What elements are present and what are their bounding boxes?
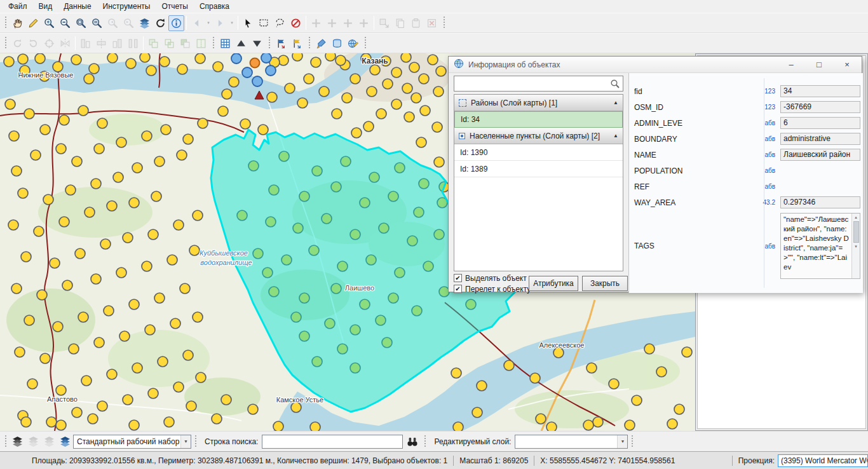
settlement-marker[interactable] bbox=[644, 344, 654, 354]
settlement-marker[interactable] bbox=[267, 92, 277, 102]
settlement-marker[interactable] bbox=[177, 64, 187, 74]
settlement-marker[interactable] bbox=[145, 325, 155, 335]
settlement-marker[interactable] bbox=[148, 229, 158, 240]
settlement-marker[interactable] bbox=[411, 93, 421, 103]
settlement-marker[interactable] bbox=[129, 420, 139, 430]
object-search-input[interactable] bbox=[454, 76, 607, 91]
settlement-marker[interactable] bbox=[154, 293, 165, 303]
settlement-marker[interactable] bbox=[682, 347, 692, 357]
toolbar-grip[interactable] bbox=[268, 37, 271, 50]
settlement-marker[interactable] bbox=[587, 363, 597, 373]
settlement-marker[interactable] bbox=[97, 401, 107, 411]
settlement-marker[interactable] bbox=[126, 58, 136, 69]
settlement-marker[interactable] bbox=[183, 134, 193, 144]
settlement-marker[interactable] bbox=[107, 53, 118, 63]
settlement-marker[interactable] bbox=[71, 55, 81, 65]
select-tool-button[interactable] bbox=[240, 15, 256, 31]
settlement-marker[interactable] bbox=[173, 382, 184, 392]
object-list-item[interactable]: Id: 1390 bbox=[454, 144, 623, 161]
settlement-marker[interactable] bbox=[420, 105, 430, 116]
settlement-marker[interactable] bbox=[177, 150, 187, 160]
settlement-marker[interactable] bbox=[69, 344, 79, 354]
settlement-marker[interactable] bbox=[72, 407, 82, 418]
layer-group-header[interactable]: Районы (Слой карты) [1]▲ bbox=[454, 95, 623, 111]
settlement-marker[interactable] bbox=[193, 210, 203, 221]
settlement-marker[interactable] bbox=[132, 163, 142, 173]
minimize-button[interactable]: – bbox=[782, 58, 801, 71]
settlement-marker[interactable] bbox=[27, 379, 37, 389]
object-list-item[interactable]: Id: 34 bbox=[454, 111, 623, 128]
settlement-marker[interactable] bbox=[167, 255, 177, 265]
settlement-marker[interactable] bbox=[56, 420, 66, 430]
settlement-marker[interactable] bbox=[40, 125, 50, 135]
settlement-marker[interactable] bbox=[428, 55, 438, 65]
menu-tools[interactable]: Инструменты bbox=[97, 1, 156, 12]
settlement-marker[interactable] bbox=[180, 283, 190, 294]
settlement-marker[interactable] bbox=[477, 381, 487, 391]
settlement-marker[interactable] bbox=[104, 306, 114, 316]
settlement-marker[interactable] bbox=[24, 315, 34, 325]
settlement-marker[interactable] bbox=[88, 414, 98, 424]
settlement-marker[interactable] bbox=[221, 395, 231, 405]
settlement-marker[interactable] bbox=[504, 360, 514, 370]
settlement-marker[interactable] bbox=[434, 157, 444, 167]
settlement-marker[interactable] bbox=[43, 194, 53, 205]
settlement-marker[interactable] bbox=[142, 131, 152, 141]
settlement-marker[interactable] bbox=[5, 99, 15, 109]
projection-combo[interactable]: (3395) World Mercator WG bbox=[778, 454, 868, 467]
settlement-marker[interactable] bbox=[84, 74, 94, 84]
settlement-marker[interactable] bbox=[119, 331, 130, 341]
settlement-marker[interactable] bbox=[336, 55, 346, 65]
toolbar-grip[interactable] bbox=[630, 435, 634, 448]
collapse-arrow-icon[interactable]: ▲ bbox=[613, 100, 618, 105]
settlement-marker[interactable] bbox=[8, 220, 18, 230]
settlement-marker[interactable] bbox=[319, 86, 329, 97]
data-export-button[interactable] bbox=[329, 36, 345, 51]
settlement-marker[interactable] bbox=[53, 62, 63, 72]
settlement-marker[interactable] bbox=[419, 74, 429, 84]
settlement-marker[interactable] bbox=[75, 248, 85, 259]
city-marker[interactable] bbox=[231, 53, 241, 64]
settlement-marker[interactable] bbox=[123, 233, 133, 243]
menu-reports[interactable]: Отчеты bbox=[156, 1, 193, 12]
settlement-marker[interactable] bbox=[46, 417, 57, 427]
toolbar-grip[interactable] bbox=[4, 37, 7, 50]
settlement-marker[interactable] bbox=[350, 74, 360, 84]
settlement-marker[interactable] bbox=[34, 226, 44, 236]
settlement-marker[interactable] bbox=[363, 121, 374, 132]
settlement-marker[interactable] bbox=[625, 420, 635, 430]
scroll-down-icon[interactable]: ▾ bbox=[855, 243, 857, 250]
settlement-marker[interactable] bbox=[391, 67, 402, 78]
settlement-marker[interactable] bbox=[291, 402, 301, 412]
fly-to-object-checkbox[interactable]: ✔ bbox=[454, 285, 462, 293]
settlement-marker[interactable] bbox=[11, 166, 22, 176]
settlement-marker[interactable] bbox=[667, 419, 677, 429]
settlement-marker[interactable] bbox=[436, 66, 446, 76]
settlement-marker[interactable] bbox=[433, 86, 444, 97]
settlement-marker[interactable] bbox=[609, 379, 619, 389]
settlement-marker[interactable] bbox=[593, 417, 603, 427]
settlement-marker[interactable] bbox=[285, 83, 295, 93]
settlement-marker[interactable] bbox=[89, 64, 99, 74]
editable-layer-combo[interactable]: ▼ bbox=[515, 435, 628, 449]
settlement-marker[interactable] bbox=[129, 198, 139, 208]
settlement-marker[interactable] bbox=[148, 388, 158, 398]
settlement-marker[interactable] bbox=[113, 172, 123, 182]
settlement-marker[interactable] bbox=[129, 299, 139, 309]
settlement-marker[interactable] bbox=[59, 115, 69, 125]
settlement-marker[interactable] bbox=[212, 414, 222, 424]
settlement-marker[interactable] bbox=[97, 118, 107, 128]
settlement-marker[interactable] bbox=[158, 357, 168, 367]
settlement-marker[interactable] bbox=[35, 53, 45, 64]
settlement-marker[interactable] bbox=[189, 245, 200, 255]
settlement-marker[interactable] bbox=[195, 53, 205, 64]
settlement-marker[interactable] bbox=[18, 54, 28, 64]
settlement-marker[interactable] bbox=[21, 252, 31, 262]
collapse-arrow-icon[interactable]: ▲ bbox=[613, 133, 618, 139]
settlement-marker[interactable] bbox=[50, 258, 60, 268]
settlement-marker[interactable] bbox=[107, 369, 117, 379]
menu-file[interactable]: Файл bbox=[3, 1, 33, 12]
settlement-marker[interactable] bbox=[56, 144, 66, 154]
toolbar-grip[interactable] bbox=[423, 435, 426, 448]
layers-visibility-button[interactable] bbox=[10, 433, 25, 449]
